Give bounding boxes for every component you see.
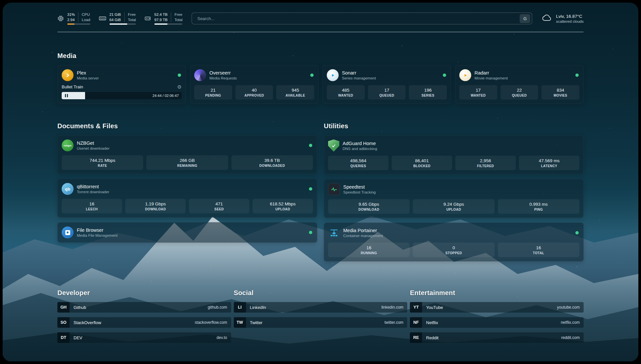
link-abbr-badge: TW [234, 317, 246, 328]
memory-usage-bar-fill [109, 23, 127, 25]
plex-now-playing: Bullet Train ⚙ 24:44 / 02:06:47 [62, 84, 182, 99]
link-url: dev.to [217, 332, 231, 343]
stat-value: 834 [557, 88, 564, 93]
stat-value: 17 [476, 88, 481, 93]
service-card-speedtest[interactable]: Speedtest Speedtest Tracking 9.65 Gbps D… [324, 179, 584, 218]
link-dev[interactable]: DT DEV dev.to [57, 332, 231, 343]
link-url: reddit.com [561, 332, 584, 343]
stat-box: 266 GB REMAINING [146, 155, 228, 170]
stat-box: 17 QUEUED [368, 85, 406, 100]
link-abbr-badge: YT [410, 302, 422, 313]
link-youtube[interactable]: YT YouTube youtube.com [410, 302, 584, 313]
status-dot [309, 144, 312, 147]
stat-value: 9.24 Gbps [443, 202, 464, 207]
link-reddit[interactable]: RE Reddit reddit.com [410, 332, 584, 343]
stat-value: 9.65 Gbps [359, 202, 379, 207]
service-card-sonarr[interactable]: Sonarr Series management 485 WANTED 17 Q… [322, 65, 451, 104]
link-url: github.com [208, 302, 231, 313]
weather-condition: scattered clouds [556, 19, 584, 23]
link-name: Twitter [246, 317, 262, 328]
link-name: DEV [70, 332, 82, 343]
status-dot [309, 231, 312, 234]
link-github[interactable]: GH Github github.com [57, 302, 231, 313]
memory-widget: 21 GiB Free 64 GiB Total [99, 12, 136, 25]
stat-box: 16 RUNNING [328, 243, 410, 257]
service-subtitle: Torrent downloader [77, 190, 306, 194]
player-progress-bar[interactable]: 24:44 / 02:06:47 [62, 92, 182, 99]
stat-box: 86,401 BLOCKED [392, 156, 452, 170]
service-card-qbittorrent[interactable]: qb qBittorrent Torrent downloader 16 [57, 179, 317, 218]
service-title: Sonarr [342, 70, 440, 76]
stat-box: 22 QUEUED [501, 85, 538, 100]
stat-value: 0.993 ms [530, 202, 548, 207]
filebrowser-icon [62, 227, 74, 238]
weather-location: Lviv, 16.87°C [556, 14, 584, 19]
cpu-usage-bar-fill [67, 23, 75, 25]
stat-box: 0 STOPPED [413, 243, 494, 257]
qbittorrent-icon-text: qb [65, 187, 70, 192]
stat-box: 2,956 FILTERED [455, 156, 516, 170]
stat-value: 266 GB [180, 158, 195, 163]
pause-button[interactable] [65, 94, 68, 97]
service-card-nzbget[interactable]: nzbget NZBGet Usenet downloader 744.21 M… [57, 135, 317, 174]
gear-icon[interactable]: ⚙ [177, 84, 182, 89]
service-title: AdGuard Home [343, 141, 579, 146]
player-time: 24:44 / 02:06:47 [152, 94, 179, 98]
link-url: linkedin.com [382, 302, 408, 313]
link-abbr-badge: SO [57, 317, 70, 328]
memory-free-value: 21 GiB [109, 12, 124, 17]
link-netflix[interactable]: NF Netflix netflix.com [410, 317, 584, 328]
stat-label: REMAINING [177, 164, 198, 167]
link-name: LinkedIn [246, 302, 266, 313]
service-card-radarr[interactable]: Radarr Movie management 17 WANTED 22 QUE… [455, 65, 584, 104]
section-title-developer: Developer [57, 289, 231, 297]
stat-label: WANTED [338, 94, 353, 97]
stat-label: AVAILABLE [286, 94, 305, 97]
stat-box: 1.19 Gbps DOWNLOAD [125, 199, 186, 213]
stat-value: 16 [366, 245, 371, 250]
stat-label: UPLOAD [446, 208, 461, 211]
stat-label: MOVIES [554, 94, 567, 97]
search-bar[interactable]: G [192, 13, 532, 24]
service-title: qBittorrent [77, 184, 306, 189]
service-subtitle: Container management [343, 234, 572, 238]
topbar-divider [57, 32, 584, 32]
stat-value: 86,401 [415, 158, 429, 163]
link-linkedin[interactable]: LI LinkedIn linkedin.com [234, 302, 408, 313]
service-title: File Browser [77, 228, 306, 233]
nzbget-icon-text: nzbget [64, 144, 72, 147]
link-stackoverflow[interactable]: SO StackOverflow stackoverflow.com [57, 317, 231, 328]
link-abbr-badge: DT [57, 332, 70, 343]
stat-label: UPLOAD [275, 207, 290, 211]
service-card-plex[interactable]: Plex Media server Bullet Train ⚙ [57, 65, 186, 104]
section-utilities: Utilities AdGuard Home DNS and adblockin… [324, 122, 584, 261]
search-input[interactable] [197, 16, 520, 21]
section-title-utilities: Utilities [324, 122, 584, 130]
stat-box: 498,564 QUERIES [328, 156, 388, 170]
service-card-filebrowser[interactable]: File Browser Media File Management [57, 222, 317, 243]
link-name: StackOverflow [70, 317, 101, 328]
status-dot [310, 74, 314, 77]
qbittorrent-icon: qb [62, 183, 74, 195]
cpu-usage-bar [67, 23, 90, 25]
service-card-overseerr[interactable]: Overseerr Media Requests 21 PENDING 40 A… [190, 65, 319, 104]
stat-value: 16 [536, 245, 541, 250]
section-title-documents: Documents & Files [57, 122, 317, 130]
service-title: Speedtest [343, 184, 579, 190]
cpu-icon [57, 15, 64, 22]
link-name: Netflix [422, 317, 438, 328]
service-card-portainer[interactable]: Media Portainer Container management 16 … [324, 223, 584, 261]
link-twitter[interactable]: TW Twitter twitter.com [234, 317, 408, 328]
now-playing-title: Bullet Train [62, 84, 83, 89]
link-name: Reddit [422, 332, 439, 343]
service-card-adguard[interactable]: AdGuard Home DNS and adblocking 498,564 … [324, 135, 584, 174]
link-name: YouTube [422, 302, 443, 313]
stat-value: 22 [517, 88, 522, 93]
stat-label: QUEUED [512, 94, 527, 97]
stat-value: 47.569 ms [539, 158, 560, 163]
service-subtitle: Media Requests [209, 76, 307, 80]
cpu-usage-label: CPU [78, 12, 90, 17]
system-stats: 31% CPU 2.94 Load [57, 12, 182, 25]
search-engine-badge[interactable]: G [520, 14, 530, 23]
stat-label: BLOCKED [413, 164, 430, 168]
